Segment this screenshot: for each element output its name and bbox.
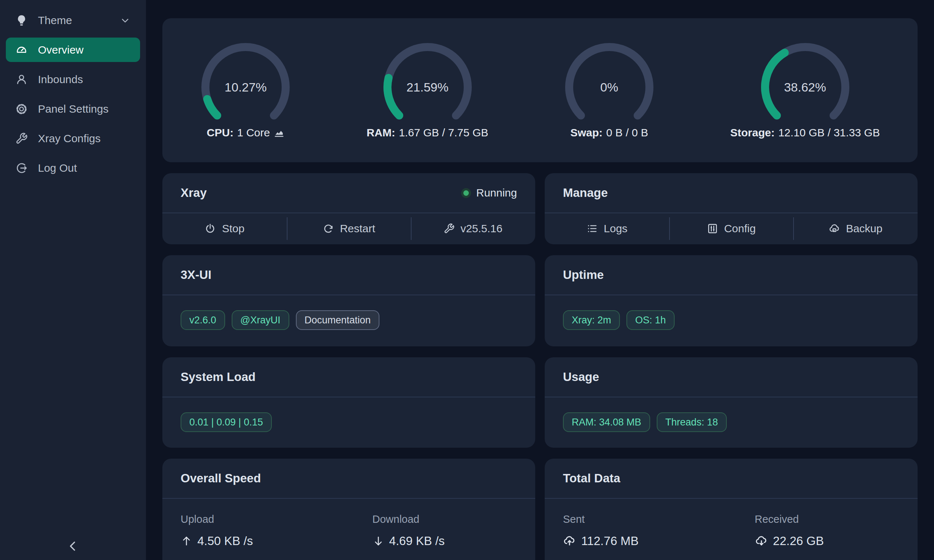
- manage-card: Manage Logs: [545, 173, 918, 244]
- ram-caption: RAM: 1.67 GB / 7.75 GB: [367, 126, 488, 139]
- chevron-left-icon: [66, 539, 80, 554]
- logout-icon: [15, 162, 28, 174]
- cloud-icon: [829, 223, 840, 234]
- xray-card: Xray Running Stop: [162, 173, 535, 244]
- sidebar-item-inbounds[interactable]: Inbounds: [6, 67, 140, 92]
- cpu-gauge: 10.27% CPU: 1 Core: [200, 42, 291, 139]
- uptime-card: Uptime Xray: 2m OS: 1h: [545, 255, 918, 346]
- arrow-down-icon: [373, 535, 384, 547]
- theme-selector[interactable]: Theme: [6, 8, 140, 32]
- ram-usage-badge: RAM: 34.08 MB: [563, 412, 650, 432]
- storage-percent: 38.62%: [760, 80, 851, 94]
- usage-card-title: Usage: [563, 370, 599, 384]
- wrench-icon: [444, 223, 455, 234]
- chevron-down-icon: [120, 15, 131, 26]
- sidebar-item-label: Log Out: [38, 162, 77, 174]
- cloud-upload-icon: [563, 534, 576, 548]
- wrench-icon: [15, 132, 28, 145]
- cloud-download-icon: [755, 534, 768, 548]
- gear-icon: [15, 103, 28, 115]
- gauge-icon: [15, 44, 28, 56]
- logs-button[interactable]: Logs: [545, 213, 669, 244]
- status-dot-icon: [463, 190, 469, 196]
- system-gauges-card: 10.27% CPU: 1 Core 21.59% RAM: 1.67 GB /…: [162, 18, 918, 162]
- storage-gauge: 38.62% Storage: 12.10 GB / 31.33 GB: [730, 42, 880, 139]
- manage-card-title: Manage: [563, 186, 608, 200]
- xray-version-button[interactable]: v25.5.16: [411, 213, 535, 244]
- swap-caption: Swap: 0 B / 0 B: [570, 126, 648, 139]
- sent-data-metric: Sent 112.76 MB: [563, 513, 755, 548]
- backup-button[interactable]: Backup: [793, 213, 918, 244]
- cpu-percent: 10.27%: [200, 80, 291, 94]
- config-button[interactable]: Config: [669, 213, 794, 244]
- xray-stop-button[interactable]: Stop: [162, 213, 287, 244]
- sidebar-collapse-button[interactable]: [0, 539, 146, 554]
- sidebar-item-overview[interactable]: Overview: [6, 38, 140, 62]
- power-icon: [204, 223, 216, 234]
- system-load-card-title: System Load: [180, 370, 255, 384]
- xrayui-link-badge[interactable]: @XrayUI: [232, 310, 289, 330]
- arrow-up-icon: [180, 535, 192, 547]
- received-data-metric: Received 22.26 GB: [755, 513, 899, 548]
- version-badge[interactable]: v2.6.0: [180, 310, 225, 330]
- threads-badge: Threads: 18: [657, 412, 727, 432]
- sidebar: Theme Overview Inbounds Panel Settings: [0, 0, 146, 560]
- sidebar-item-label: Inbounds: [38, 73, 83, 86]
- load-average-badge: 0.01 | 0.09 | 0.15: [180, 412, 272, 432]
- swap-gauge: 0% Swap: 0 B / 0 B: [564, 42, 655, 139]
- ram-percent: 21.59%: [382, 80, 473, 94]
- list-icon: [586, 223, 598, 234]
- total-data-card-title: Total Data: [563, 471, 620, 485]
- xray-status-badge: Running: [463, 187, 517, 199]
- system-load-card: System Load 0.01 | 0.09 | 0.15: [162, 357, 535, 448]
- restart-icon: [322, 223, 334, 234]
- sidebar-item-label: Xray Configs: [38, 132, 101, 145]
- overall-speed-card-title: Overall Speed: [180, 471, 261, 485]
- swap-percent: 0%: [564, 80, 655, 94]
- overall-speed-card: Overall Speed Upload 4.50 KB /s Download: [162, 458, 535, 560]
- xray-card-title: Xray: [180, 186, 207, 200]
- storage-caption: Storage: 12.10 GB / 31.33 GB: [730, 126, 880, 139]
- upload-speed-metric: Upload 4.50 KB /s: [180, 513, 373, 548]
- user-icon: [15, 73, 28, 86]
- bulb-icon: [15, 14, 28, 27]
- sliders-icon: [707, 223, 718, 234]
- uptime-card-title: Uptime: [563, 268, 604, 282]
- sidebar-item-label: Panel Settings: [38, 103, 108, 115]
- total-data-card: Total Data Sent 112.76 MB Received: [545, 458, 918, 560]
- area-chart-icon[interactable]: [274, 127, 285, 138]
- ram-gauge: 21.59% RAM: 1.67 GB / 7.75 GB: [367, 42, 488, 139]
- usage-card: Usage RAM: 34.08 MB Threads: 18: [545, 357, 918, 448]
- xray-restart-button[interactable]: Restart: [287, 213, 411, 244]
- os-uptime-badge: OS: 1h: [626, 310, 675, 330]
- threexui-card: 3X-UI v2.6.0 @XrayUI Documentation: [162, 255, 535, 346]
- cpu-caption: CPU: 1 Core: [207, 126, 285, 139]
- threexui-card-title: 3X-UI: [180, 268, 211, 282]
- sidebar-item-xray-configs[interactable]: Xray Configs: [6, 126, 140, 151]
- theme-label: Theme: [38, 14, 72, 27]
- download-speed-metric: Download 4.69 KB /s: [373, 513, 517, 548]
- sidebar-item-log-out[interactable]: Log Out: [6, 156, 140, 180]
- sidebar-item-panel-settings[interactable]: Panel Settings: [6, 97, 140, 121]
- xray-uptime-badge: Xray: 2m: [563, 310, 620, 330]
- documentation-badge[interactable]: Documentation: [296, 310, 380, 330]
- sidebar-item-label: Overview: [38, 44, 83, 56]
- main-content: 10.27% CPU: 1 Core 21.59% RAM: 1.67 GB /…: [146, 0, 934, 560]
